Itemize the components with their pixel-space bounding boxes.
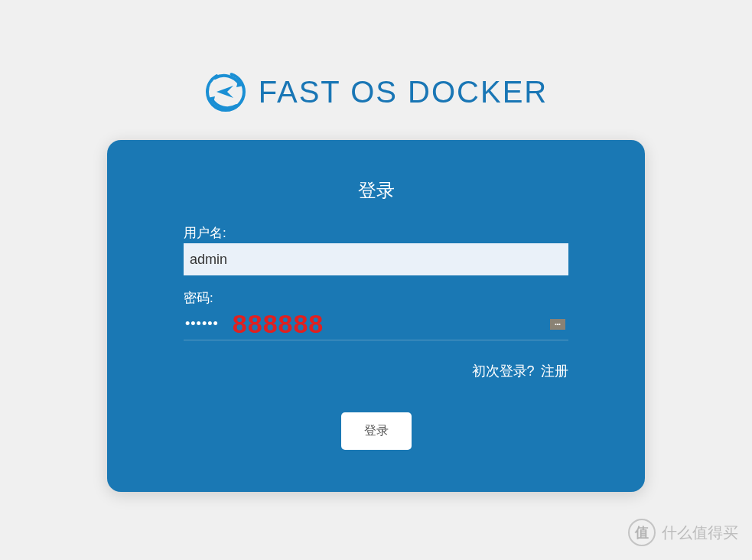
app-title: FAST OS DOCKER xyxy=(259,75,548,109)
password-annotation: 888888 xyxy=(233,309,324,339)
login-card: 登录 用户名: 密码: •••••• 888888 初次登录? 注册 登录 xyxy=(107,140,645,492)
reveal-password-icon[interactable] xyxy=(550,319,565,330)
watermark: 值 什么值得买 xyxy=(628,519,738,546)
login-button-row: 登录 xyxy=(184,412,568,450)
password-input[interactable]: •••••• 888888 xyxy=(184,308,568,340)
username-input[interactable] xyxy=(184,243,568,275)
app-logo-icon xyxy=(204,70,247,113)
watermark-badge-icon: 值 xyxy=(628,519,656,546)
password-label: 密码: xyxy=(184,289,568,307)
password-group: 密码: •••••• 888888 xyxy=(184,289,568,340)
register-row: 初次登录? 注册 xyxy=(184,362,568,380)
login-button[interactable]: 登录 xyxy=(341,412,412,450)
login-heading: 登录 xyxy=(184,178,568,203)
watermark-text: 什么值得买 xyxy=(662,523,738,543)
username-label: 用户名: xyxy=(184,224,568,242)
first-login-text: 初次登录? xyxy=(472,363,535,379)
header: FAST OS DOCKER xyxy=(0,0,752,113)
password-masked-value: •••••• xyxy=(184,316,219,332)
register-link[interactable]: 注册 xyxy=(541,363,568,379)
username-group: 用户名: xyxy=(184,224,568,275)
